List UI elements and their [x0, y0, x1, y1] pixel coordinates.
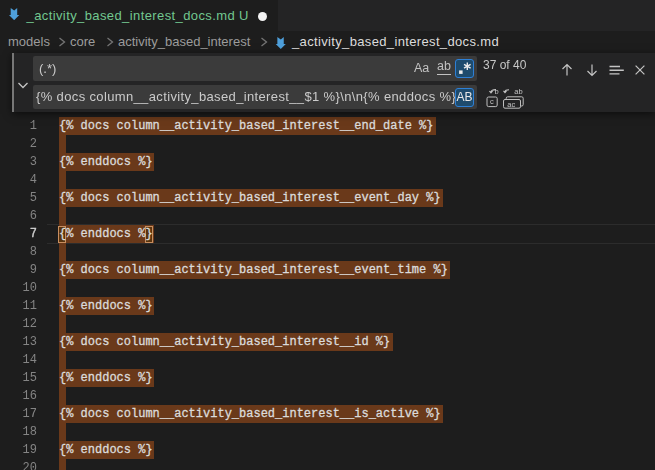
svg-text:b: b: [495, 87, 499, 96]
svg-text:c: c: [490, 97, 494, 106]
svg-text:ac: ac: [507, 100, 515, 109]
svg-text:ab: ab: [514, 87, 522, 96]
